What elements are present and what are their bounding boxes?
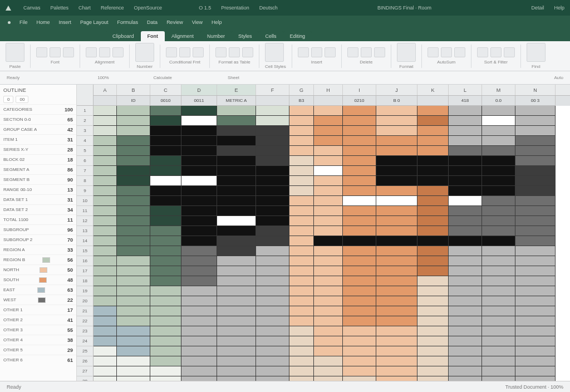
cell[interactable] <box>117 376 150 381</box>
cell[interactable] <box>417 126 449 136</box>
cell[interactable] <box>181 236 217 246</box>
cell[interactable] <box>515 206 556 216</box>
cell[interactable] <box>376 156 417 166</box>
ribbon-button[interactable] <box>441 47 452 57</box>
cell[interactable] <box>217 336 256 346</box>
cell[interactable] <box>256 116 289 126</box>
cell[interactable] <box>417 346 449 356</box>
cell[interactable] <box>376 366 417 376</box>
cell[interactable] <box>217 226 256 236</box>
titlebar-item[interactable]: Canvas <box>23 5 41 11</box>
cell[interactable] <box>217 186 256 196</box>
cell[interactable] <box>256 286 289 296</box>
cell[interactable] <box>343 116 376 126</box>
cell[interactable] <box>314 176 343 186</box>
cell[interactable] <box>449 356 482 366</box>
ribbon-button[interactable] <box>50 47 61 57</box>
cell[interactable] <box>343 136 376 146</box>
cell[interactable] <box>94 356 117 366</box>
ribbon-button[interactable] <box>6 43 24 62</box>
row-header[interactable]: 6 <box>77 156 93 166</box>
cell[interactable] <box>150 216 181 226</box>
cell[interactable] <box>94 316 117 326</box>
cell[interactable] <box>376 166 417 176</box>
column-header[interactable]: B <box>117 85 150 95</box>
cell[interactable] <box>376 346 417 356</box>
ribbon-button[interactable] <box>527 43 546 62</box>
cell[interactable] <box>449 306 482 316</box>
column-header[interactable]: E <box>217 85 256 95</box>
cell[interactable] <box>289 306 314 316</box>
cell[interactable] <box>449 346 482 356</box>
cell[interactable] <box>256 206 289 216</box>
column-header[interactable]: I <box>343 85 376 95</box>
cell[interactable] <box>376 376 417 381</box>
outline-row[interactable]: OTHER 241 <box>0 315 76 325</box>
cell[interactable] <box>515 366 556 376</box>
row-header[interactable]: 9 <box>77 186 93 196</box>
outline-row[interactable]: BLOCK 0218 <box>0 154 76 164</box>
cell[interactable] <box>449 126 482 136</box>
cell[interactable] <box>417 366 449 376</box>
ribbon-button[interactable] <box>477 47 488 57</box>
cell[interactable] <box>289 326 314 336</box>
cell[interactable] <box>343 326 376 336</box>
cell[interactable] <box>117 256 150 266</box>
column-label-cell[interactable] <box>94 96 117 106</box>
cell[interactable] <box>289 346 314 356</box>
cell[interactable] <box>289 116 314 126</box>
cell[interactable] <box>117 206 150 216</box>
cell[interactable] <box>449 206 482 216</box>
cell[interactable] <box>417 246 449 256</box>
cell[interactable] <box>343 106 376 116</box>
cell[interactable] <box>150 366 181 376</box>
outline-row[interactable]: OTHER 117 <box>0 305 76 315</box>
cell[interactable] <box>256 316 289 326</box>
cell[interactable] <box>181 326 217 336</box>
titlebar-item[interactable]: Deutsch <box>259 5 278 11</box>
cell[interactable] <box>117 296 150 306</box>
cell[interactable] <box>217 266 256 276</box>
cell[interactable] <box>256 236 289 246</box>
cell[interactable] <box>482 306 515 316</box>
column-label-cell[interactable]: B 0 <box>376 96 417 106</box>
row-header[interactable]: 18 <box>77 276 93 286</box>
cell[interactable] <box>376 206 417 216</box>
column-label-cell[interactable]: 0010 <box>150 96 181 106</box>
cell[interactable] <box>117 126 150 136</box>
cell[interactable] <box>181 306 217 316</box>
menu-item[interactable]: Insert <box>59 19 72 25</box>
column-label-cell[interactable]: 0210 <box>343 96 376 106</box>
column-header[interactable]: F <box>256 85 289 95</box>
menu-item[interactable]: Help <box>212 19 222 25</box>
cell[interactable] <box>376 286 417 296</box>
cell[interactable] <box>94 156 117 166</box>
cell[interactable] <box>150 156 181 166</box>
cell[interactable] <box>150 116 181 126</box>
ribbon-button[interactable] <box>135 43 154 62</box>
cell[interactable] <box>150 326 181 336</box>
cell[interactable] <box>150 296 181 306</box>
spreadsheet-grid[interactable]: ABCDEFGHIJKLMN ID00100011METRIC AB30210B… <box>77 85 570 381</box>
cell[interactable] <box>150 306 181 316</box>
row-header[interactable]: 12 <box>77 216 93 226</box>
cell[interactable] <box>515 256 556 266</box>
cell[interactable] <box>217 176 256 186</box>
cell[interactable] <box>376 136 417 146</box>
outline-row[interactable]: RANGE 00-1013 <box>0 184 76 194</box>
cell[interactable] <box>417 266 449 276</box>
cell[interactable] <box>256 126 289 136</box>
cell[interactable] <box>314 326 343 336</box>
cell[interactable] <box>449 366 482 376</box>
cell[interactable] <box>482 226 515 236</box>
cell[interactable] <box>289 256 314 266</box>
cell[interactable] <box>256 306 289 316</box>
outline-row[interactable]: SEGMENT A86 <box>0 164 76 174</box>
cell[interactable] <box>117 326 150 336</box>
cell[interactable] <box>314 186 343 196</box>
cell[interactable] <box>181 176 217 186</box>
ribbon-button[interactable] <box>179 47 190 57</box>
cell[interactable] <box>256 376 289 381</box>
cell[interactable] <box>256 266 289 276</box>
cell[interactable] <box>482 266 515 276</box>
